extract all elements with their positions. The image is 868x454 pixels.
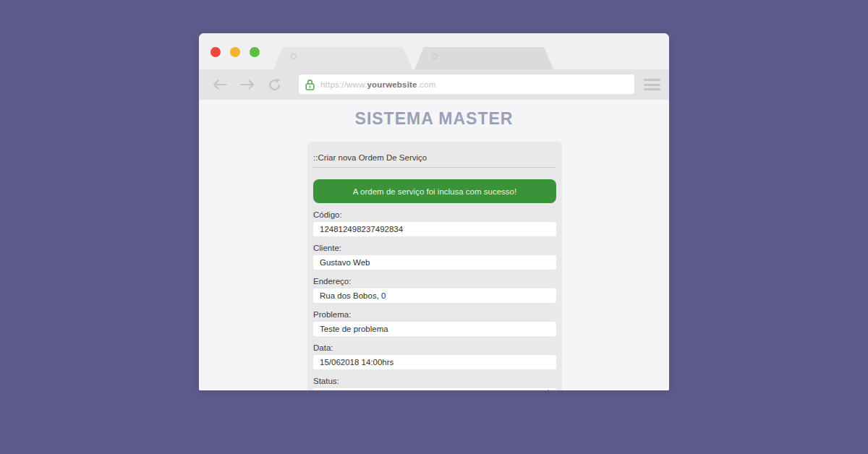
- browser-window: https://www.yourwebsite.com SISTEMA MAST…: [199, 33, 669, 390]
- browser-titlebar: [199, 33, 669, 69]
- select-spinner[interactable]: [545, 390, 552, 390]
- codigo-input[interactable]: [313, 222, 556, 236]
- status-select[interactable]: Aberto: [313, 388, 556, 390]
- browser-navbar: https://www.yourwebsite.com: [199, 69, 669, 100]
- endereco-label: Endereço:: [313, 277, 556, 286]
- cliente-input[interactable]: [313, 255, 556, 270]
- service-order-form: ::Criar nova Ordem De Serviço A ordem de…: [307, 142, 562, 390]
- url-bar[interactable]: https://www.yourwebsite.com: [299, 74, 634, 94]
- data-input[interactable]: [313, 355, 556, 369]
- window-close-button[interactable]: [210, 47, 221, 57]
- tab-favicon-icon: [432, 53, 438, 59]
- tab-favicon-icon: [291, 53, 297, 59]
- refresh-button[interactable]: [268, 69, 281, 100]
- page-content: SISTEMA MASTER ::Criar nova Ordem De Ser…: [199, 100, 669, 390]
- menu-button[interactable]: [644, 79, 660, 90]
- hamburger-icon: [644, 88, 660, 90]
- cliente-label: Cliente:: [313, 244, 556, 252]
- data-label: Data:: [313, 343, 556, 352]
- browser-tab-active[interactable]: [273, 47, 412, 69]
- problema-label: Problema:: [313, 310, 556, 319]
- browser-tab-inactive[interactable]: [414, 47, 553, 69]
- refresh-icon: [268, 78, 281, 92]
- back-arrow-icon: [213, 80, 227, 90]
- endereco-input[interactable]: [313, 288, 556, 303]
- forward-button[interactable]: [240, 69, 255, 100]
- window-maximize-button[interactable]: [250, 47, 260, 57]
- url-text: https://www.yourwebsite.com: [320, 80, 435, 89]
- codigo-label: Código:: [313, 210, 556, 219]
- window-minimize-button[interactable]: [230, 47, 240, 57]
- form-header: ::Criar nova Ordem De Serviço: [313, 142, 556, 168]
- forward-arrow-icon: [240, 80, 255, 90]
- spinner-up-icon[interactable]: [545, 390, 552, 390]
- https-lock-icon: [305, 79, 315, 90]
- status-label: Status:: [313, 377, 556, 385]
- problema-input[interactable]: [313, 322, 556, 336]
- hamburger-icon: [644, 84, 660, 86]
- success-message-banner: A ordem de serviço foi inclusa com suces…: [313, 179, 556, 203]
- back-button[interactable]: [213, 69, 227, 100]
- page-title: SISTEMA MASTER: [199, 100, 669, 129]
- hamburger-icon: [644, 79, 660, 81]
